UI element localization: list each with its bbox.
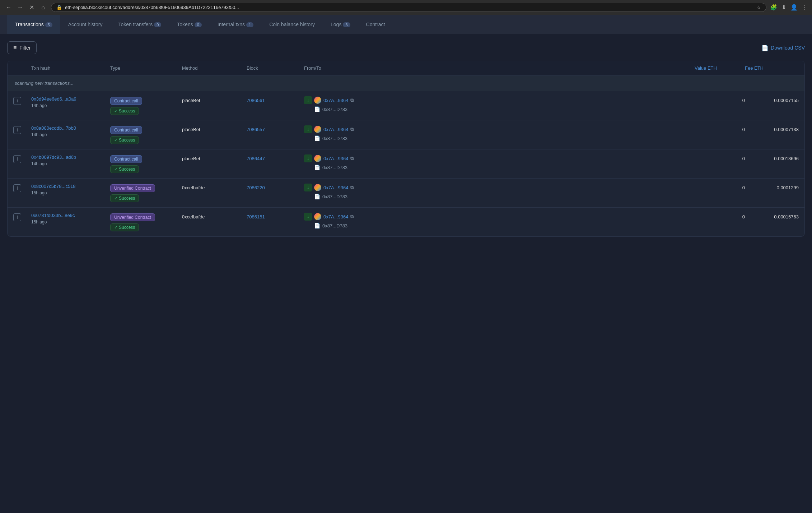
browser-toolbar-icons: 🧩 ⬇ 👤 ⋮ xyxy=(770,4,808,11)
bookmark-icon[interactable]: ☆ xyxy=(757,5,761,10)
close-button[interactable]: ✕ xyxy=(27,4,36,11)
extensions-icon[interactable]: 🧩 xyxy=(770,4,777,11)
tx-info-icon[interactable]: i xyxy=(13,184,21,192)
tab-token-transfers[interactable]: Token transfers0 xyxy=(110,15,169,35)
tab-logs[interactable]: Logs3 xyxy=(323,15,358,35)
from-address-link[interactable]: 0x7A...9364 xyxy=(323,98,348,103)
tx-hash-link[interactable]: 0x3d94ee6ed6...a0a9 xyxy=(31,96,110,102)
tx-info-icon[interactable]: i xyxy=(13,213,21,221)
col-fee-eth: Fee ETH xyxy=(745,65,799,71)
from-avatar xyxy=(314,213,321,220)
col-from-to: From/To xyxy=(304,65,695,71)
download-csv-button[interactable]: 📄 Download CSV xyxy=(761,45,805,51)
contract-call-badge: Contract call xyxy=(110,97,142,105)
from-avatar xyxy=(314,126,321,133)
filter-button[interactable]: ≡ Filter xyxy=(7,41,37,54)
tab-bar: Transactions5 Account history Token tran… xyxy=(0,15,812,35)
unverified-contract-badge: Unverified Contract xyxy=(110,184,155,192)
download-manager-icon[interactable]: ⬇ xyxy=(781,4,786,11)
copy-from-icon[interactable]: ⧉ xyxy=(350,97,354,103)
value-col: 0 xyxy=(695,213,745,219)
from-address-link[interactable]: 0x7A...9364 xyxy=(323,214,348,219)
method-col: placeBet xyxy=(182,125,247,132)
to-address-link[interactable]: 0x87...D783 xyxy=(322,223,347,228)
block-link[interactable]: 7086151 xyxy=(247,213,304,219)
block-link[interactable]: 7086220 xyxy=(247,184,304,190)
info-icon-col: i xyxy=(13,96,31,105)
block-link[interactable]: 7086557 xyxy=(247,125,304,132)
tab-tokens[interactable]: Tokens0 xyxy=(169,15,209,35)
back-button[interactable]: ← xyxy=(4,4,13,11)
tab-account-history[interactable]: Account history xyxy=(60,15,111,35)
address-bar[interactable]: 🔒 eth-sepolia.blockscout.com/address/0x8… xyxy=(51,3,766,12)
copy-from-icon[interactable]: ⧉ xyxy=(350,156,354,161)
contract-call-badge: Contract call xyxy=(110,155,142,163)
status-badge: ✓ Success xyxy=(110,136,139,144)
incoming-arrow-icon: ↓ xyxy=(304,154,312,162)
block-link[interactable]: 7086447 xyxy=(247,154,304,161)
to-address-link[interactable]: 0x87...D783 xyxy=(322,107,347,112)
transactions-table: Txn hash Type Method Block From/To Value… xyxy=(7,61,805,237)
tab-contract[interactable]: Contract xyxy=(358,15,393,35)
to-address-link[interactable]: 0x87...D783 xyxy=(322,136,347,141)
from-to-col: ↓ 0x7A...9364 ⧉ 📄 0x87...D783 xyxy=(304,213,695,228)
tx-time: 14h ago xyxy=(31,132,110,137)
from-address-link[interactable]: 0x7A...9364 xyxy=(323,127,348,132)
from-address-link[interactable]: 0x7A...9364 xyxy=(323,156,348,161)
fee-col: 0.0001299 xyxy=(745,184,799,190)
tx-hash-link[interactable]: 0x8a080ecddb...7bb0 xyxy=(31,125,110,131)
copy-from-icon[interactable]: ⧉ xyxy=(350,185,354,190)
tx-info-icon[interactable]: i xyxy=(13,126,21,134)
to-row: 📄 0x87...D783 xyxy=(314,194,695,199)
tab-coin-balance-history[interactable]: Coin balance history xyxy=(261,15,323,35)
incoming-arrow-icon: ↓ xyxy=(304,184,312,191)
col-empty xyxy=(13,65,31,71)
tx-time: 15h ago xyxy=(31,219,110,225)
from-address-link[interactable]: 0x7A...9364 xyxy=(323,185,348,190)
tx-time: 14h ago xyxy=(31,103,110,108)
tx-hash-link[interactable]: 0x4b0097dc93...ad6b xyxy=(31,154,110,160)
info-icon-col: i xyxy=(13,184,31,192)
tx-info-icon[interactable]: i xyxy=(13,97,21,105)
browser-chrome: ← → ✕ ⌂ 🔒 eth-sepolia.blockscout.com/add… xyxy=(0,0,812,15)
filter-icon: ≡ xyxy=(13,45,17,51)
info-icon-col: i xyxy=(13,125,31,134)
table-row: i 0x8a080ecddb...7bb0 14h ago Contract c… xyxy=(8,120,804,149)
menu-icon[interactable]: ⋮ xyxy=(802,4,808,11)
tx-hash-link[interactable]: 0x0781fd033b...8e9c xyxy=(31,213,110,218)
profile-icon[interactable]: 👤 xyxy=(790,4,798,11)
from-avatar xyxy=(314,97,321,104)
tx-hash-col: 0x0781fd033b...8e9c 15h ago xyxy=(31,213,110,225)
check-icon: ✓ xyxy=(114,196,117,201)
tx-info-icon[interactable]: i xyxy=(13,155,21,163)
from-avatar xyxy=(314,155,321,162)
to-address-link[interactable]: 0x87...D783 xyxy=(322,194,347,199)
incoming-arrow-icon: ↓ xyxy=(304,96,312,104)
from-row: ↓ 0x7A...9364 ⧉ xyxy=(304,184,695,191)
status-badge: ✓ Success xyxy=(110,165,139,173)
block-link[interactable]: 7086561 xyxy=(247,96,304,103)
tx-hash-link[interactable]: 0x8c007c5b78...c518 xyxy=(31,184,110,189)
contract-doc-icon: 📄 xyxy=(314,106,320,112)
to-row: 📄 0x87...D783 xyxy=(314,135,695,141)
to-address-link[interactable]: 0x87...D783 xyxy=(322,165,347,170)
value-col: 0 xyxy=(695,125,745,132)
fee-col: 0.00015763 xyxy=(745,213,799,219)
type-col: Contract call ✓ Success xyxy=(110,125,182,144)
forward-button[interactable]: → xyxy=(16,4,24,11)
col-type: Type xyxy=(110,65,182,71)
copy-from-icon[interactable]: ⧉ xyxy=(350,126,354,132)
status-badge: ✓ Success xyxy=(110,107,139,115)
copy-from-icon[interactable]: ⧉ xyxy=(350,214,354,219)
contract-doc-icon: 📄 xyxy=(314,135,320,141)
contract-doc-icon: 📄 xyxy=(314,223,320,228)
security-icon: 🔒 xyxy=(56,5,62,10)
col-value-eth: Value ETH xyxy=(695,65,745,71)
tab-internal-txns[interactable]: Internal txns1 xyxy=(210,15,261,35)
info-icon-col: i xyxy=(13,213,31,221)
home-button[interactable]: ⌂ xyxy=(39,4,47,11)
contract-doc-icon: 📄 xyxy=(314,165,320,170)
value-col: 0 xyxy=(695,184,745,190)
method-col: 0xcefbafde xyxy=(182,184,247,190)
tab-transactions[interactable]: Transactions5 xyxy=(7,15,60,35)
